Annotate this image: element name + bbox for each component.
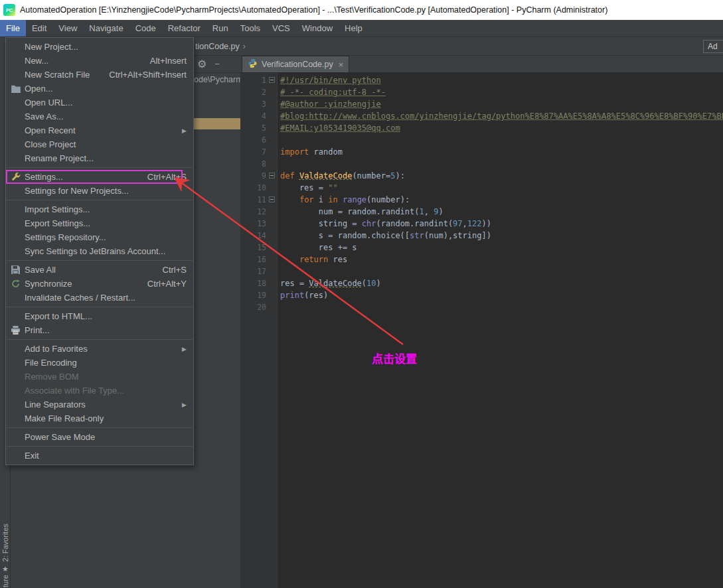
code-line: print(res)	[280, 289, 723, 301]
project-root-node[interactable]: ode\PycharmP	[194, 75, 240, 84]
file-menu-dropdown: New Project...New...Alt+InsertNew Scratc…	[5, 37, 194, 465]
menu-item-label: Power Save Mode	[25, 432, 95, 442]
file-menu-item-open[interactable]: Open...	[6, 82, 193, 96]
file-menu-item-settings-for-new-projects[interactable]: Settings for New Projects...	[6, 184, 193, 198]
file-menu-item-close-project[interactable]: Close Project	[6, 137, 193, 151]
submenu-arrow-icon: ▶	[182, 346, 187, 352]
file-menu-item-sync-settings-to-jetbrains-account[interactable]: Sync Settings to JetBrains Account...	[6, 244, 193, 258]
structure-label: ture	[1, 575, 9, 587]
menu-item-label: Settings...	[25, 172, 63, 182]
file-menu-item-make-file-read-only[interactable]: Make File Read-only	[6, 411, 193, 425]
hide-panel-icon[interactable]: −	[214, 59, 220, 69]
menu-item-label: Sync Settings to JetBrains Account...	[25, 246, 165, 256]
tool-window-button-favorites[interactable]: 2: Favorites ★	[0, 524, 11, 573]
wrench-icon	[11, 173, 25, 182]
project-selected-row[interactable]	[193, 118, 240, 129]
menu-navigate[interactable]: Navigate	[83, 20, 129, 37]
file-menu-item-open-url[interactable]: Open URL...	[6, 96, 193, 110]
file-menu-item-rename-project[interactable]: Rename Project...	[6, 151, 193, 165]
file-menu-item-power-save-mode[interactable]: Power Save Mode	[6, 430, 193, 444]
tab-verificationcode[interactable]: VerificationCode.py ×	[242, 56, 349, 72]
file-menu-item-add-to-favorites[interactable]: Add to Favorites▶	[6, 342, 193, 356]
fold-icon[interactable]	[269, 173, 275, 179]
code-line: res += s	[280, 242, 723, 254]
menu-view[interactable]: View	[52, 20, 83, 37]
fold-icon[interactable]	[269, 77, 275, 83]
file-menu-item-import-settings[interactable]: Import Settings...	[6, 202, 193, 216]
menu-bar: FileEditViewNavigateCodeRefactorRunTools…	[0, 20, 723, 37]
line-number: 2	[240, 86, 277, 98]
file-menu-item-synchronize[interactable]: SynchronizeCtrl+Alt+Y	[6, 277, 193, 291]
menu-item-label: Export Settings...	[25, 218, 90, 228]
menu-item-label: Associate with File Type...	[25, 386, 124, 396]
file-menu-item-open-recent[interactable]: Open Recent▶	[6, 123, 193, 137]
breadcrumb[interactable]: tionCode.py ›	[195, 41, 246, 51]
menu-item-shortcut: Ctrl+S	[163, 265, 187, 275]
menu-item-label: Close Project	[25, 139, 76, 149]
menu-code[interactable]: Code	[129, 20, 162, 37]
code-area[interactable]: #!/usr/bin/env python# -*- coding:utf-8 …	[278, 73, 723, 588]
file-menu-item-export-settings[interactable]: Export Settings...	[6, 216, 193, 230]
line-number: 18	[240, 277, 277, 289]
menu-vcs[interactable]: VCS	[266, 20, 296, 37]
menu-window[interactable]: Window	[296, 20, 339, 37]
menu-item-label: New Scratch File	[25, 70, 90, 80]
menu-item-label: Open...	[25, 84, 53, 94]
file-menu-item-invalidate-caches-restart[interactable]: Invalidate Caches / Restart...	[6, 291, 193, 305]
file-menu-item-new[interactable]: New...Alt+Insert	[6, 54, 193, 68]
menu-item-shortcut: Alt+Insert	[150, 56, 187, 66]
code-line: for i in range(number):	[280, 194, 723, 206]
close-icon[interactable]: ×	[339, 60, 344, 70]
file-menu-item-save-all[interactable]: Save AllCtrl+S	[6, 263, 193, 277]
line-number: 11	[240, 194, 277, 206]
python-icon	[248, 58, 258, 70]
file-menu-item-settings[interactable]: Settings...Ctrl+Alt+S	[6, 170, 193, 184]
menu-item-label: Add to Favorites	[25, 344, 88, 354]
add-configuration-button[interactable]: Ad	[703, 40, 723, 53]
line-number: 19	[240, 289, 277, 301]
editor-pane: VerificationCode.py × 123456789101112131…	[240, 56, 723, 588]
fold-icon[interactable]	[269, 196, 275, 202]
menu-tools[interactable]: Tools	[234, 20, 266, 37]
menu-help[interactable]: Help	[339, 20, 368, 37]
menu-item-label: Open URL...	[25, 98, 72, 108]
file-menu-item-print[interactable]: Print...	[6, 323, 193, 337]
tool-window-button-structure[interactable]: ture	[0, 575, 11, 588]
title-bar: PC AutomatedOperation [E:\YinzhengjieCod…	[0, 0, 723, 20]
file-menu-item-associate-with-file-type: Associate with File Type...	[6, 384, 193, 398]
menu-item-label: Rename Project...	[25, 153, 94, 163]
gear-icon[interactable]: ⚙	[197, 58, 206, 70]
menu-separator	[7, 339, 193, 340]
file-menu-item-new-project[interactable]: New Project...	[6, 40, 193, 54]
code-line: # -*- coding:utf-8 -*-	[280, 86, 723, 98]
menu-item-label: File Encoding	[25, 358, 77, 368]
file-menu-item-remove-bom: Remove BOM	[6, 370, 193, 384]
menu-edit[interactable]: Edit	[26, 20, 52, 37]
line-number: 4	[240, 110, 277, 122]
file-menu-item-settings-repository[interactable]: Settings Repository...	[6, 230, 193, 244]
editor-tab-bar: VerificationCode.py ×	[240, 56, 723, 73]
window-title: AutomatedOperation [E:\YinzhengjieCode\P…	[20, 5, 607, 15]
printer-icon	[11, 326, 25, 334]
menu-file[interactable]: File	[0, 20, 26, 37]
menu-item-label: Import Settings...	[25, 204, 90, 214]
code-line	[280, 158, 723, 170]
code-line: #@author :yinzhengjie	[280, 98, 723, 110]
breadcrumb-file[interactable]: tionCode.py	[195, 42, 240, 51]
file-menu-item-export-to-html[interactable]: Export to HTML...	[6, 309, 193, 323]
file-menu-item-exit[interactable]: Exit	[6, 449, 193, 463]
menu-refactor[interactable]: Refactor	[162, 20, 206, 37]
menu-run[interactable]: Run	[206, 20, 234, 37]
file-menu-item-file-encoding[interactable]: File Encoding	[6, 356, 193, 370]
star-icon: ★	[2, 565, 9, 573]
editor-gutter[interactable]: 1234567891011121314151617181920	[240, 73, 278, 588]
file-menu-item-new-scratch-file[interactable]: New Scratch FileCtrl+Alt+Shift+Insert	[6, 68, 193, 82]
line-number: 15	[240, 242, 277, 254]
code-line: return res	[280, 254, 723, 265]
file-menu-item-line-separators[interactable]: Line Separators▶	[6, 398, 193, 411]
file-menu-item-save-as[interactable]: Save As...	[6, 110, 193, 123]
menu-item-label: New...	[25, 56, 48, 66]
menu-item-label: Save As...	[25, 111, 64, 121]
submenu-arrow-icon: ▶	[182, 127, 187, 134]
line-number: 6	[240, 134, 277, 146]
